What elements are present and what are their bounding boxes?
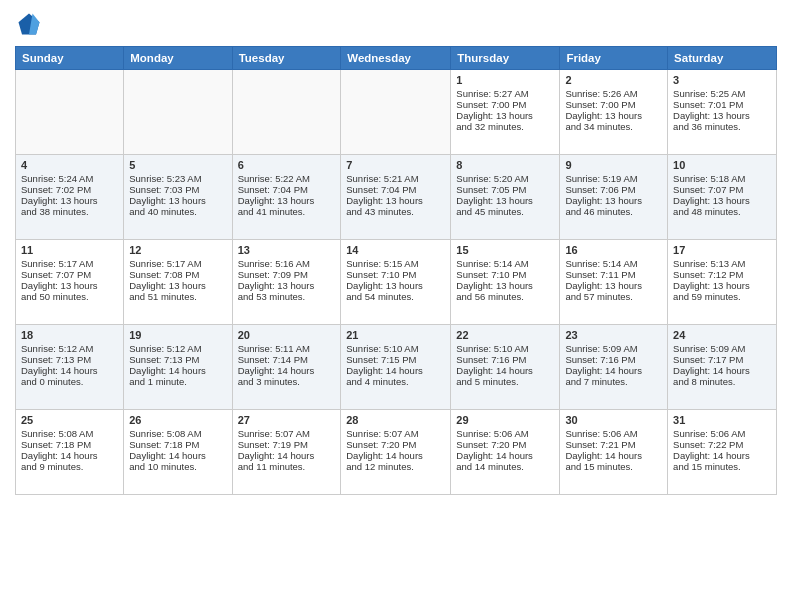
day-info-line: Sunset: 7:00 PM (565, 99, 662, 110)
day-number: 4 (21, 159, 118, 171)
week-row-1: 1Sunrise: 5:27 AMSunset: 7:00 PMDaylight… (16, 70, 777, 155)
day-cell-18: 18Sunrise: 5:12 AMSunset: 7:13 PMDayligh… (16, 325, 124, 410)
day-info-line: Daylight: 13 hours (238, 280, 336, 291)
day-cell-29: 29Sunrise: 5:06 AMSunset: 7:20 PMDayligh… (451, 410, 560, 495)
day-info-line: Daylight: 14 hours (346, 365, 445, 376)
day-cell-2: 2Sunrise: 5:26 AMSunset: 7:00 PMDaylight… (560, 70, 668, 155)
day-info-line: Sunrise: 5:19 AM (565, 173, 662, 184)
day-info-line: and 46 minutes. (565, 206, 662, 217)
day-info-line: Sunrise: 5:06 AM (673, 428, 771, 439)
logo (15, 10, 47, 38)
day-info-line: and 38 minutes. (21, 206, 118, 217)
day-cell-24: 24Sunrise: 5:09 AMSunset: 7:17 PMDayligh… (668, 325, 777, 410)
day-info-line: and 1 minute. (129, 376, 226, 387)
day-info-line: Daylight: 14 hours (129, 450, 226, 461)
empty-cell (341, 70, 451, 155)
day-cell-11: 11Sunrise: 5:17 AMSunset: 7:07 PMDayligh… (16, 240, 124, 325)
day-info-line: and 15 minutes. (565, 461, 662, 472)
day-info-line: Sunrise: 5:09 AM (673, 343, 771, 354)
day-info-line: Daylight: 13 hours (346, 280, 445, 291)
logo-icon (15, 10, 43, 38)
day-info-line: Sunset: 7:06 PM (565, 184, 662, 195)
day-info-line: Sunrise: 5:17 AM (129, 258, 226, 269)
day-number: 24 (673, 329, 771, 341)
week-row-3: 11Sunrise: 5:17 AMSunset: 7:07 PMDayligh… (16, 240, 777, 325)
day-cell-28: 28Sunrise: 5:07 AMSunset: 7:20 PMDayligh… (341, 410, 451, 495)
day-info-line: Daylight: 13 hours (673, 110, 771, 121)
day-info-line: Sunset: 7:21 PM (565, 439, 662, 450)
day-info-line: Daylight: 13 hours (21, 195, 118, 206)
day-cell-22: 22Sunrise: 5:10 AMSunset: 7:16 PMDayligh… (451, 325, 560, 410)
day-info-line: Sunset: 7:07 PM (21, 269, 118, 280)
header (15, 10, 777, 38)
day-cell-14: 14Sunrise: 5:15 AMSunset: 7:10 PMDayligh… (341, 240, 451, 325)
day-info-line: Sunrise: 5:07 AM (346, 428, 445, 439)
day-number: 13 (238, 244, 336, 256)
day-info-line: Sunrise: 5:20 AM (456, 173, 554, 184)
day-number: 16 (565, 244, 662, 256)
day-info-line: Sunrise: 5:25 AM (673, 88, 771, 99)
day-number: 31 (673, 414, 771, 426)
weekday-thursday: Thursday (451, 47, 560, 70)
day-info-line: Sunset: 7:18 PM (129, 439, 226, 450)
day-info-line: Sunrise: 5:10 AM (456, 343, 554, 354)
empty-cell (232, 70, 341, 155)
day-number: 3 (673, 74, 771, 86)
weekday-header-row: SundayMondayTuesdayWednesdayThursdayFrid… (16, 47, 777, 70)
day-info-line: Daylight: 14 hours (456, 365, 554, 376)
day-info-line: Sunrise: 5:13 AM (673, 258, 771, 269)
day-info-line: and 34 minutes. (565, 121, 662, 132)
day-info-line: Daylight: 14 hours (129, 365, 226, 376)
day-number: 26 (129, 414, 226, 426)
day-cell-25: 25Sunrise: 5:08 AMSunset: 7:18 PMDayligh… (16, 410, 124, 495)
day-info-line: Daylight: 14 hours (21, 450, 118, 461)
day-info-line: Sunset: 7:20 PM (346, 439, 445, 450)
day-info-line: and 8 minutes. (673, 376, 771, 387)
day-info-line: Daylight: 13 hours (238, 195, 336, 206)
day-info-line: Daylight: 13 hours (21, 280, 118, 291)
day-number: 19 (129, 329, 226, 341)
day-info-line: and 41 minutes. (238, 206, 336, 217)
day-info-line: Sunrise: 5:26 AM (565, 88, 662, 99)
day-cell-1: 1Sunrise: 5:27 AMSunset: 7:00 PMDaylight… (451, 70, 560, 155)
day-cell-12: 12Sunrise: 5:17 AMSunset: 7:08 PMDayligh… (124, 240, 232, 325)
day-info-line: Sunrise: 5:14 AM (565, 258, 662, 269)
day-number: 18 (21, 329, 118, 341)
day-info-line: Sunrise: 5:06 AM (456, 428, 554, 439)
day-info-line: and 11 minutes. (238, 461, 336, 472)
day-cell-16: 16Sunrise: 5:14 AMSunset: 7:11 PMDayligh… (560, 240, 668, 325)
day-info-line: and 45 minutes. (456, 206, 554, 217)
day-info-line: and 9 minutes. (21, 461, 118, 472)
day-info-line: Sunrise: 5:07 AM (238, 428, 336, 439)
day-number: 30 (565, 414, 662, 426)
day-cell-8: 8Sunrise: 5:20 AMSunset: 7:05 PMDaylight… (451, 155, 560, 240)
page: SundayMondayTuesdayWednesdayThursdayFrid… (0, 0, 792, 612)
day-cell-10: 10Sunrise: 5:18 AMSunset: 7:07 PMDayligh… (668, 155, 777, 240)
day-info-line: Sunrise: 5:23 AM (129, 173, 226, 184)
day-info-line: Sunset: 7:02 PM (21, 184, 118, 195)
day-number: 14 (346, 244, 445, 256)
day-number: 29 (456, 414, 554, 426)
day-info-line: and 40 minutes. (129, 206, 226, 217)
day-info-line: Daylight: 14 hours (565, 365, 662, 376)
day-info-line: Sunset: 7:04 PM (346, 184, 445, 195)
day-cell-23: 23Sunrise: 5:09 AMSunset: 7:16 PMDayligh… (560, 325, 668, 410)
day-info-line: Daylight: 13 hours (673, 280, 771, 291)
day-info-line: and 48 minutes. (673, 206, 771, 217)
day-cell-5: 5Sunrise: 5:23 AMSunset: 7:03 PMDaylight… (124, 155, 232, 240)
day-info-line: Daylight: 13 hours (565, 110, 662, 121)
day-info-line: and 59 minutes. (673, 291, 771, 302)
day-info-line: Daylight: 13 hours (673, 195, 771, 206)
day-info-line: Daylight: 13 hours (456, 110, 554, 121)
day-number: 27 (238, 414, 336, 426)
day-info-line: and 15 minutes. (673, 461, 771, 472)
day-info-line: Daylight: 13 hours (129, 195, 226, 206)
day-info-line: and 0 minutes. (21, 376, 118, 387)
day-number: 23 (565, 329, 662, 341)
day-info-line: Daylight: 14 hours (565, 450, 662, 461)
day-info-line: Sunrise: 5:14 AM (456, 258, 554, 269)
calendar-table: SundayMondayTuesdayWednesdayThursdayFrid… (15, 46, 777, 495)
day-info-line: Sunset: 7:07 PM (673, 184, 771, 195)
day-cell-4: 4Sunrise: 5:24 AMSunset: 7:02 PMDaylight… (16, 155, 124, 240)
day-number: 11 (21, 244, 118, 256)
